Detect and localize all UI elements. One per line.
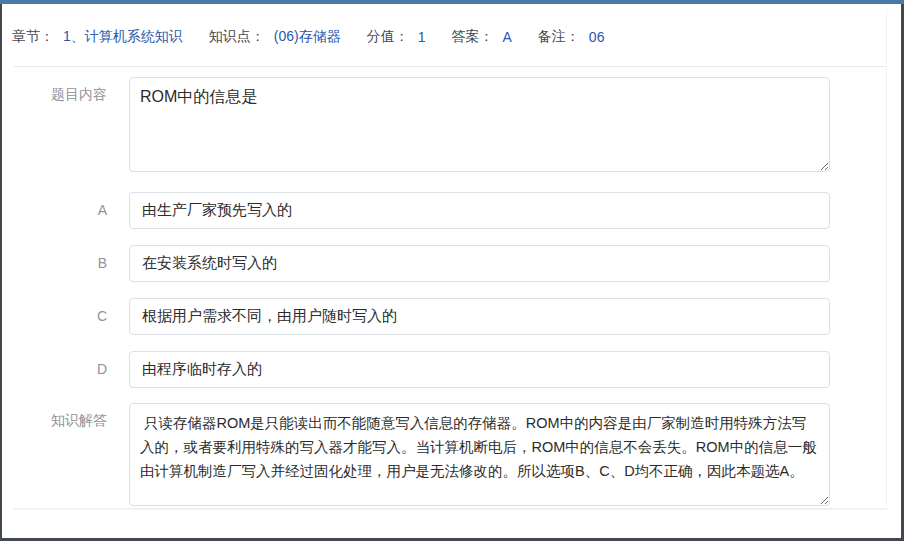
meta-score-value: 1 xyxy=(418,29,426,45)
explanation-textarea[interactable] xyxy=(129,403,830,506)
question-meta-header: 章节： 1、计算机系统知识 知识点： (06)存储器 分值： 1 答案： A 备… xyxy=(12,28,630,46)
meta-answer: 答案： A xyxy=(452,28,512,46)
option-b-label: B xyxy=(2,245,107,282)
option-d-input[interactable] xyxy=(129,351,830,388)
meta-remark: 备注： 06 xyxy=(538,28,605,46)
meta-answer-value: A xyxy=(503,29,512,45)
meta-remark-label: 备注： xyxy=(538,28,580,46)
meta-answer-label: 答案： xyxy=(452,28,494,46)
panel-right-edge xyxy=(886,10,887,508)
meta-chapter-value: 1、计算机系统知识 xyxy=(63,28,183,46)
option-d-label: D xyxy=(2,351,107,388)
meta-knowledge-point-label: 知识点： xyxy=(209,28,265,46)
panel-bottom-edge xyxy=(14,508,887,510)
question-content-label: 题目内容 xyxy=(2,86,107,104)
question-editor-window: 章节： 1、计算机系统知识 知识点： (06)存储器 分值： 1 答案： A 备… xyxy=(0,0,904,541)
option-c-label: C xyxy=(2,298,107,335)
option-b-input[interactable] xyxy=(129,245,830,282)
option-a-label: A xyxy=(2,192,107,229)
option-a-input[interactable] xyxy=(129,192,830,229)
meta-knowledge-point-value: (06)存储器 xyxy=(274,28,341,46)
window-top-accent-bar xyxy=(0,0,904,4)
meta-remark-value: 06 xyxy=(589,29,605,45)
meta-chapter: 章节： 1、计算机系统知识 xyxy=(12,28,183,46)
question-content-textarea[interactable] xyxy=(129,77,830,172)
explanation-label: 知识解答 xyxy=(2,412,107,430)
meta-score: 分值： 1 xyxy=(367,28,426,46)
meta-chapter-label: 章节： xyxy=(12,28,54,46)
option-c-input[interactable] xyxy=(129,298,830,335)
header-divider xyxy=(14,66,887,67)
meta-knowledge-point: 知识点： (06)存储器 xyxy=(209,28,341,46)
meta-score-label: 分值： xyxy=(367,28,409,46)
